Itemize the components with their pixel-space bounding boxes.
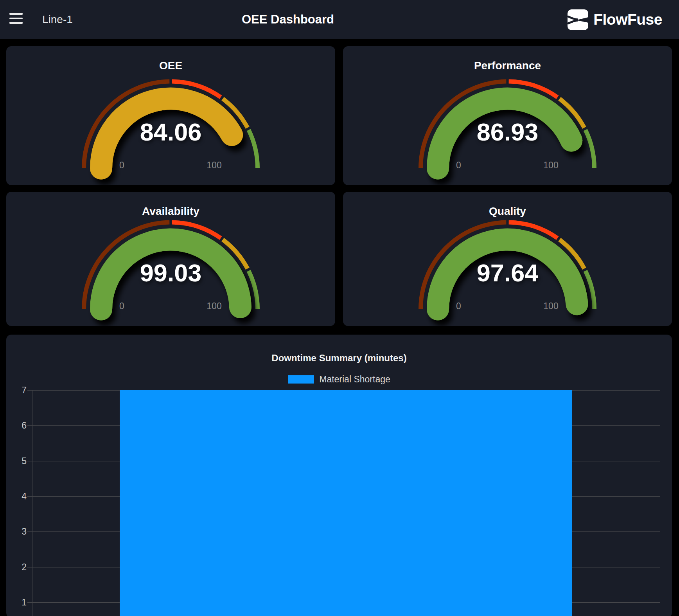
gauge-card-quality: 97.640100 Quality [343, 192, 672, 326]
flowfuse-logo: FlowFuse [568, 0, 662, 39]
gauge-title-availability: Availability [6, 205, 335, 218]
y-axis-tick [27, 567, 32, 567]
gauge-value: 84.06 [140, 118, 202, 146]
chart-title: Downtime Summary (minutes) [6, 353, 672, 364]
y-axis-tick-label: 3 [6, 526, 27, 537]
y-axis-tick-label: 6 [6, 420, 27, 431]
gauge-max-label: 100 [543, 301, 558, 311]
gauge-card-availability: 99.030100 Availability [6, 192, 335, 326]
app-title: OEE Dashboard [242, 0, 334, 39]
gauge-max-label: 100 [543, 160, 558, 170]
downtime-chart-card: Downtime Summary (minutes) Material Shor… [6, 335, 672, 616]
gauge-value: 97.64 [477, 259, 539, 286]
gauge-min-label: 0 [119, 301, 124, 311]
y-axis-tick [27, 496, 32, 497]
gauge-card-oee: 84.060100 OEE [6, 46, 335, 185]
y-axis-tick [27, 602, 32, 603]
gauge-title-performance: Performance [343, 59, 672, 72]
y-axis-tick-label: 5 [6, 456, 27, 467]
y-axis-tick [27, 425, 32, 426]
gauge-min-label: 0 [456, 301, 461, 311]
gauge-max-label: 100 [207, 160, 221, 170]
y-axis-tick-label: 7 [6, 385, 27, 396]
gauge-value: 86.93 [477, 118, 539, 146]
y-axis-tick-label: 2 [6, 562, 27, 573]
y-axis-tick [27, 390, 32, 391]
oee-dashboard-page: { "header": { "page_label": "Line-1", "t… [0, 0, 679, 616]
legend-label: Material Shortage [319, 374, 390, 385]
y-axis-tick [27, 461, 32, 461]
plot-right-border [660, 390, 660, 616]
y-axis-line [32, 390, 32, 616]
flowfuse-wordmark: FlowFuse [593, 11, 662, 28]
y-axis-tick-label: 4 [6, 491, 27, 502]
chart-legend[interactable]: Material Shortage [6, 374, 672, 385]
gauge-min-label: 0 [456, 160, 461, 170]
legend-swatch [288, 375, 314, 384]
app-header: Line-1 OEE Dashboard FlowFuse [0, 0, 679, 39]
gauge-max-label: 100 [207, 301, 221, 311]
menu-icon[interactable] [9, 13, 23, 26]
bar-material-shortage [120, 390, 572, 616]
gauge-min-label: 0 [119, 160, 124, 170]
y-axis-tick-label: 1 [6, 597, 27, 608]
gauge-card-performance: 86.930100 Performance [343, 46, 672, 185]
gauge-title-quality: Quality [343, 205, 672, 218]
gauge-title-oee: OEE [6, 59, 335, 72]
page-name: Line-1 [42, 0, 73, 39]
flowfuse-icon [568, 9, 588, 30]
gauge-value: 99.03 [140, 259, 202, 286]
y-axis-tick [27, 531, 32, 532]
